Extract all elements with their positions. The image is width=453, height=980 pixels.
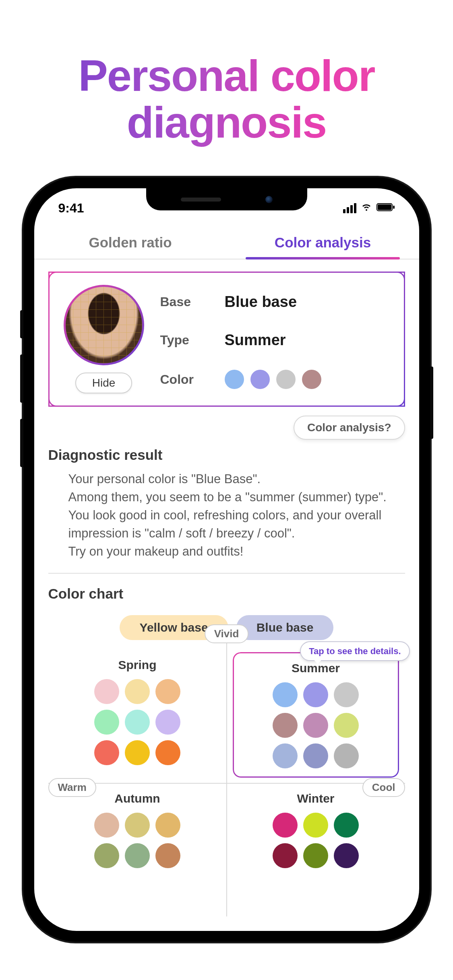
- result-color-dots: [225, 370, 390, 389]
- notch: [146, 188, 307, 210]
- volume-up-button: [20, 354, 23, 403]
- front-camera-icon: [265, 196, 273, 203]
- color-swatch[interactable]: [273, 813, 298, 838]
- base-label: Base: [160, 294, 213, 309]
- color-swatch[interactable]: [334, 813, 359, 838]
- face-grid-overlay-icon: [66, 287, 142, 363]
- color-swatch[interactable]: [125, 679, 150, 704]
- color-swatch[interactable]: [155, 710, 180, 735]
- color-label: Color: [160, 372, 213, 387]
- base-value: Blue base: [225, 293, 390, 311]
- tab-golden-ratio[interactable]: Golden ratio: [34, 224, 227, 259]
- content: Hide Base Blue base Type Summer Color Co…: [34, 259, 419, 888]
- season-winter[interactable]: Winter: [227, 784, 405, 876]
- volume-down-button: [20, 419, 23, 467]
- blue-base-pill: Blue base: [236, 615, 334, 640]
- color-analysis-help-button[interactable]: Color analysis?: [294, 416, 405, 440]
- color-swatch[interactable]: [334, 743, 359, 768]
- color-swatch[interactable]: [125, 843, 150, 868]
- color-swatch[interactable]: [334, 682, 359, 707]
- cellular-icon: [343, 203, 356, 213]
- color-swatch[interactable]: [334, 713, 359, 738]
- phone-frame: 9:41 Golden ratio Color analysis: [23, 177, 430, 942]
- season-summer[interactable]: Tap to see the details. Summer: [233, 652, 399, 778]
- color-swatch[interactable]: [273, 843, 298, 868]
- color-swatch[interactable]: [94, 843, 119, 868]
- page-title: Personal color diagnosis: [0, 0, 453, 177]
- avatar-ring: [64, 285, 144, 365]
- color-swatch[interactable]: [303, 713, 328, 738]
- color-swatch[interactable]: [94, 813, 119, 838]
- axis-warm-label: Warm: [48, 778, 96, 797]
- color-swatch[interactable]: [303, 813, 328, 838]
- hide-button[interactable]: Hide: [75, 373, 132, 393]
- svg-rect-2: [393, 206, 395, 209]
- tab-color-analysis[interactable]: Color analysis: [227, 224, 419, 259]
- color-swatch[interactable]: [125, 710, 150, 735]
- tabs: Golden ratio Color analysis: [34, 224, 419, 259]
- color-chart: Yellow base Blue base Vivid Warm Cool Sp…: [48, 609, 405, 876]
- tap-tooltip: Tap to see the details.: [300, 641, 410, 661]
- type-label: Type: [160, 333, 213, 348]
- season-spring-title: Spring: [58, 658, 217, 672]
- diagnostic-body: Your personal color is "Blue Base". Amon…: [48, 470, 405, 561]
- color-swatch[interactable]: [303, 843, 328, 868]
- color-swatch: [302, 370, 321, 389]
- axis-cool-label: Cool: [362, 778, 405, 797]
- color-swatch: [250, 370, 270, 389]
- color-chart-title: Color chart: [48, 586, 405, 602]
- color-swatch[interactable]: [94, 679, 119, 704]
- color-swatch[interactable]: [303, 682, 328, 707]
- color-swatch[interactable]: [273, 682, 298, 707]
- color-swatch[interactable]: [273, 743, 298, 768]
- power-button: [430, 366, 433, 439]
- color-swatch[interactable]: [94, 740, 119, 765]
- color-swatch: [276, 370, 296, 389]
- color-swatch[interactable]: [155, 740, 180, 765]
- color-swatch[interactable]: [125, 740, 150, 765]
- color-swatch[interactable]: [155, 813, 180, 838]
- phone-screen: 9:41 Golden ratio Color analysis: [34, 188, 419, 931]
- season-autumn[interactable]: Autumn: [48, 784, 227, 876]
- color-swatch: [225, 370, 244, 389]
- status-time: 9:41: [58, 201, 84, 216]
- color-swatch[interactable]: [94, 710, 119, 735]
- svg-rect-1: [378, 204, 391, 210]
- diagnostic-result-title: Diagnostic result: [48, 447, 405, 463]
- wifi-icon: [360, 203, 372, 213]
- color-swatch[interactable]: [273, 713, 298, 738]
- axis-vivid-label: Vivid: [205, 624, 249, 643]
- color-swatch[interactable]: [155, 679, 180, 704]
- color-swatch[interactable]: [334, 843, 359, 868]
- season-spring[interactable]: Spring: [48, 650, 227, 784]
- color-swatch[interactable]: [125, 813, 150, 838]
- type-value: Summer: [225, 331, 390, 349]
- color-swatch[interactable]: [155, 843, 180, 868]
- result-card: Hide Base Blue base Type Summer Color: [48, 272, 405, 407]
- volume-mute-button: [20, 310, 23, 338]
- color-swatch[interactable]: [303, 743, 328, 768]
- divider: [48, 573, 405, 574]
- battery-icon: [376, 203, 395, 213]
- avatar[interactable]: [66, 287, 142, 363]
- speaker-icon: [181, 198, 221, 202]
